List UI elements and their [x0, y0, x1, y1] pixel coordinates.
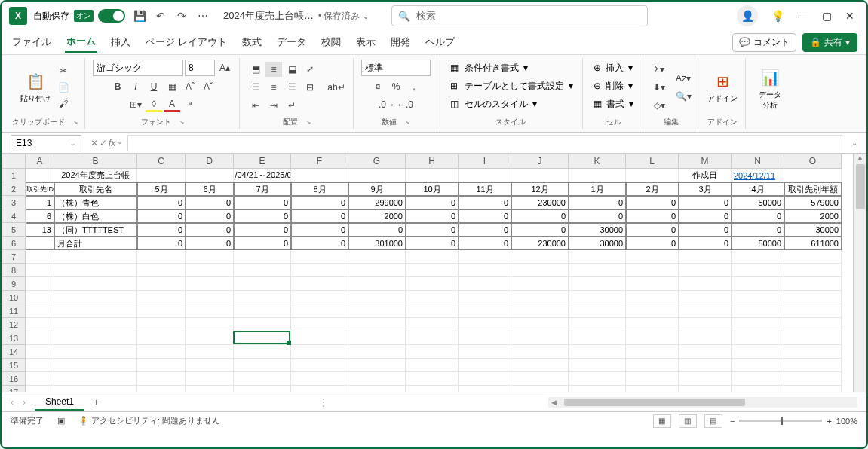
sheet-nav-prev-icon[interactable]: ‹	[11, 397, 14, 408]
cell[interactable]: 2000	[784, 209, 842, 223]
copy-icon[interactable]: 📄	[55, 80, 72, 95]
cell[interactable]	[569, 345, 626, 359]
cell[interactable]	[511, 277, 569, 291]
cell[interactable]	[291, 250, 348, 264]
cell[interactable]	[234, 291, 291, 304]
decrease-font-a-icon[interactable]: Aˇ	[200, 79, 216, 94]
cell[interactable]	[679, 345, 732, 359]
cell[interactable]	[186, 331, 234, 345]
cell[interactable]	[406, 359, 459, 372]
cell[interactable]	[679, 386, 732, 392]
cell[interactable]	[291, 169, 348, 182]
cell[interactable]	[569, 386, 626, 392]
cell[interactable]	[784, 304, 842, 318]
insert-cells-button[interactable]: ⊕挿入 ▾	[590, 60, 636, 76]
cell[interactable]	[54, 359, 137, 372]
cell[interactable]	[511, 169, 569, 182]
cell[interactable]	[137, 291, 186, 304]
cell[interactable]: 5月	[137, 182, 186, 196]
cell[interactable]: 0	[626, 223, 679, 237]
decrease-indent-icon[interactable]: ⇤	[247, 98, 264, 113]
cell[interactable]	[626, 250, 679, 264]
sheet-nav-next-icon[interactable]: ›	[23, 397, 26, 408]
cell[interactable]	[234, 318, 291, 331]
cell[interactable]	[679, 277, 732, 291]
cell[interactable]: 230000	[511, 237, 569, 250]
cell[interactable]: 0	[234, 209, 291, 223]
tab-insert[interactable]: 挿入	[109, 32, 132, 52]
cell[interactable]	[784, 169, 842, 182]
autosave-toggle[interactable]: 自動保存 オン	[33, 9, 125, 23]
launcher-icon[interactable]: ↘	[72, 118, 78, 126]
cell[interactable]: 2024年度売上台帳	[54, 169, 137, 182]
new-sheet-icon[interactable]: +	[94, 397, 99, 408]
cell[interactable]	[54, 318, 137, 331]
cell[interactable]: 2000	[348, 209, 406, 223]
launcher-icon[interactable]: ↘	[305, 118, 311, 126]
cell[interactable]	[511, 304, 569, 318]
cell[interactable]	[511, 386, 569, 392]
cell[interactable]: 0	[732, 209, 784, 223]
tab-file[interactable]: ファイル	[11, 32, 53, 52]
column-header[interactable]: N	[732, 154, 784, 169]
cell[interactable]: 2024/12/11	[732, 169, 784, 182]
cell[interactable]	[569, 304, 626, 318]
cell[interactable]: 0	[291, 237, 348, 250]
filename[interactable]: 2024年度売上台帳… • 保存済み ⌄	[223, 9, 369, 23]
cell[interactable]	[291, 331, 348, 345]
cell[interactable]	[569, 331, 626, 345]
cell[interactable]	[679, 331, 732, 345]
cell[interactable]	[54, 277, 137, 291]
cell[interactable]	[54, 386, 137, 392]
view-pagelayout-icon[interactable]: ▥	[679, 414, 697, 428]
row-header[interactable]: 11	[2, 304, 26, 318]
align-top-icon[interactable]: ⬒	[247, 62, 264, 77]
row-header[interactable]: 17	[2, 386, 26, 392]
cell[interactable]	[234, 264, 291, 277]
cell[interactable]	[291, 359, 348, 372]
cell[interactable]	[459, 291, 511, 304]
merge-icon[interactable]: ⊟	[302, 80, 318, 95]
cell[interactable]: 301000	[348, 237, 406, 250]
cell[interactable]: 月合計	[54, 237, 137, 250]
format-cells-button[interactable]: ▦書式 ▾	[590, 96, 636, 112]
cell[interactable]	[626, 264, 679, 277]
cell[interactable]	[348, 169, 406, 182]
cell[interactable]	[732, 372, 784, 386]
find-select-icon[interactable]: 🔍▾	[675, 89, 692, 104]
tab-view[interactable]: 表示	[354, 32, 377, 52]
accessibility-status[interactable]: 🧍 アクセシビリティ: 問題ありません	[78, 415, 220, 426]
row-header[interactable]: 7	[2, 250, 26, 264]
column-header[interactable]: F	[291, 154, 348, 169]
minimize-button[interactable]: —	[798, 10, 808, 22]
launcher-icon[interactable]: ↘	[179, 118, 185, 126]
fx-dropdown-icon[interactable]: ⌄	[117, 138, 123, 148]
comments-button[interactable]: 💬 コメント	[732, 33, 796, 52]
cell[interactable]: 0	[626, 196, 679, 209]
column-header[interactable]: D	[186, 154, 234, 169]
qat-more-icon[interactable]: ⋯	[196, 9, 210, 23]
cell[interactable]	[626, 372, 679, 386]
cell[interactable]: 取引先別年額	[784, 182, 842, 196]
cell[interactable]: 0	[679, 223, 732, 237]
cell[interactable]	[784, 264, 842, 277]
tab-pagelayout[interactable]: ページ レイアウト	[144, 32, 229, 52]
cell[interactable]	[406, 304, 459, 318]
sheet-split-icon[interactable]: ⋮	[319, 397, 328, 408]
row-header[interactable]: 6	[2, 237, 26, 250]
currency-icon[interactable]: ¤	[370, 79, 386, 94]
formula-input[interactable]	[127, 135, 842, 151]
cell[interactable]	[186, 359, 234, 372]
cell[interactable]	[348, 264, 406, 277]
row-header[interactable]: 3	[2, 196, 26, 209]
cell[interactable]	[26, 331, 54, 345]
cell[interactable]: 8月	[291, 182, 348, 196]
fx-icon[interactable]: fx	[109, 138, 115, 148]
cell[interactable]: 0	[186, 196, 234, 209]
row-header[interactable]: 12	[2, 318, 26, 331]
cell[interactable]	[234, 331, 291, 345]
decrease-decimal-icon[interactable]: ←.0	[397, 97, 413, 112]
column-header[interactable]: M	[679, 154, 732, 169]
cell[interactable]	[186, 304, 234, 318]
row-header[interactable]: 9	[2, 277, 26, 291]
